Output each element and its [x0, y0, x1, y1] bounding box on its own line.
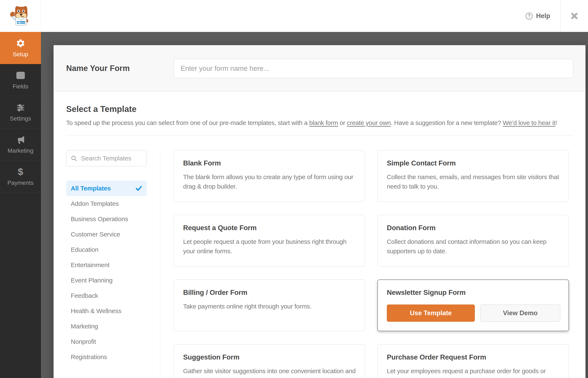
- category-label: Registrations: [71, 353, 107, 361]
- view-demo-button[interactable]: View Demo: [480, 305, 560, 322]
- template-grid: Blank FormThe blank form allows you to c…: [174, 150, 569, 378]
- category-label: Health & Wellness: [71, 308, 121, 315]
- template-title: Billing / Order Form: [183, 289, 357, 297]
- template-title: Suggestion Form: [183, 353, 357, 361]
- megaphone-icon: [16, 135, 26, 145]
- select-template-header: Select a Template To speed up the proces…: [53, 92, 586, 126]
- template-title: Simple Contact Form: [387, 159, 560, 167]
- category-entertainment[interactable]: Entertainment: [66, 257, 147, 273]
- inline-link-create-your-own[interactable]: create your own: [347, 119, 391, 126]
- template-description: Collect donations and contact informatio…: [387, 237, 560, 256]
- category-feedback[interactable]: Feedback: [66, 288, 147, 303]
- template-filter-column: All TemplatesAddon TemplatesBusiness Ope…: [66, 150, 160, 378]
- sidebar-item-settings[interactable]: Settings: [0, 96, 41, 128]
- category-nonprofit[interactable]: Nonprofit: [66, 334, 147, 349]
- sidebar-item-marketing[interactable]: Marketing: [0, 128, 41, 161]
- category-event-planning[interactable]: Event Planning: [66, 273, 147, 288]
- inline-link-blank-form[interactable]: blank form: [309, 119, 338, 126]
- template-list-column: Blank FormThe blank form allows you to c…: [160, 150, 573, 378]
- select-template-description: To speed up the process you can select f…: [66, 119, 573, 126]
- description-text: . Have a suggestion for a new template?: [391, 119, 503, 126]
- category-label: Nonprofit: [71, 338, 96, 345]
- template-card-simple-contact-form[interactable]: Simple Contact FormCollect the names, em…: [377, 150, 569, 202]
- sidebar-item-setup[interactable]: Setup: [0, 32, 41, 64]
- help-label: Help: [536, 12, 550, 20]
- category-label: Feedback: [71, 292, 98, 299]
- template-card-newsletter-signup-form[interactable]: Newsletter Signup FormUse TemplateView D…: [377, 280, 569, 331]
- category-addon-templates[interactable]: Addon Templates: [66, 196, 147, 211]
- category-label: Marketing: [71, 323, 98, 330]
- category-marketing[interactable]: Marketing: [66, 319, 147, 334]
- template-title: Purchase Order Request Form: [387, 353, 560, 361]
- sidebar: SetupFieldsSettingsMarketing$Payments: [0, 32, 41, 378]
- name-your-form-section: Name Your Form: [53, 45, 586, 92]
- category-health-wellness[interactable]: Health & Wellness: [66, 303, 147, 319]
- category-label: Business Operations: [71, 216, 128, 223]
- inline-link-we-d-love-to-hear-it[interactable]: We’d love to hear it: [503, 119, 555, 126]
- description-text: or: [338, 119, 347, 126]
- description-text: !: [555, 119, 557, 126]
- template-card-donation-form[interactable]: Donation FormCollect donations and conta…: [377, 215, 569, 267]
- wpforms-bear-icon: [10, 5, 31, 27]
- template-actions: Use TemplateView Demo: [387, 305, 560, 322]
- use-template-button[interactable]: Use Template: [387, 305, 475, 322]
- template-card-blank-form[interactable]: Blank FormThe blank form allows you to c…: [174, 150, 365, 202]
- template-card-billing-order-form[interactable]: Billing / Order FormTake payments online…: [174, 280, 365, 331]
- form-name-input[interactable]: [174, 59, 573, 78]
- category-business-operations[interactable]: Business Operations: [66, 211, 147, 227]
- template-title: Blank Form: [183, 159, 357, 167]
- wpforms-logo: [0, 0, 41, 32]
- sidebar-item-label: Fields: [13, 83, 28, 90]
- top-bar: Help: [0, 0, 588, 32]
- category-label: Addon Templates: [71, 200, 119, 207]
- help-button[interactable]: Help: [525, 12, 550, 20]
- template-card-purchase-order-request-form[interactable]: Purchase Order Request FormLet your empl…: [377, 344, 569, 378]
- template-description: Let your employees request a purchase or…: [387, 366, 560, 378]
- setup-panel: Name Your Form Select a Template To spee…: [53, 45, 586, 378]
- template-description: Gather site visitor suggestions into one…: [183, 366, 357, 378]
- sidebar-item-label: Payments: [7, 180, 34, 186]
- template-card-suggestion-form[interactable]: Suggestion FormGather site visitor sugge…: [174, 344, 365, 378]
- category-label: All Templates: [71, 185, 111, 192]
- template-title: Donation Form: [387, 224, 560, 232]
- name-your-form-label: Name Your Form: [66, 64, 174, 73]
- category-label: Entertainment: [71, 261, 109, 269]
- category-all-templates[interactable]: All Templates: [66, 181, 147, 196]
- template-description: Collect the names, emails, and messages …: [387, 172, 560, 191]
- sidebar-item-payments[interactable]: $Payments: [0, 161, 41, 193]
- search-icon: [71, 155, 77, 162]
- sidebar-item-label: Setup: [13, 51, 28, 58]
- sidebar-item-label: Marketing: [8, 148, 33, 154]
- search-templates-box[interactable]: [66, 150, 147, 166]
- template-card-request-a-quote-form[interactable]: Request a Quote FormLet people request a…: [174, 215, 365, 267]
- template-area: All TemplatesAddon TemplatesBusiness Ope…: [66, 135, 573, 378]
- category-label: Event Planning: [71, 277, 113, 284]
- help-icon: [525, 12, 533, 20]
- category-list: All TemplatesAddon TemplatesBusiness Ope…: [66, 181, 147, 364]
- close-builder-button[interactable]: [560, 0, 588, 32]
- select-template-title: Select a Template: [66, 104, 573, 114]
- category-customer-service[interactable]: Customer Service: [66, 227, 147, 242]
- category-label: Customer Service: [71, 231, 120, 238]
- gear-icon: [16, 38, 26, 48]
- template-description: Let people request a quote from your bus…: [183, 237, 357, 256]
- close-icon: [570, 11, 579, 21]
- top-bar-spacer: Help: [41, 0, 560, 32]
- template-title: Newsletter Signup Form: [387, 289, 560, 297]
- check-icon: [135, 185, 142, 192]
- sliders-icon: [16, 103, 26, 113]
- dollar-icon: $: [18, 167, 23, 177]
- category-education[interactable]: Education: [66, 242, 147, 257]
- sidebar-item-fields[interactable]: Fields: [0, 64, 41, 96]
- form-fields-icon: [16, 70, 26, 81]
- category-label: Education: [71, 246, 98, 253]
- description-text: To speed up the process you can select f…: [66, 119, 309, 126]
- template-description: The blank form allows you to create any …: [183, 172, 357, 191]
- category-registrations[interactable]: Registrations: [66, 349, 147, 364]
- sidebar-item-label: Settings: [10, 115, 31, 122]
- template-title: Request a Quote Form: [183, 224, 357, 232]
- search-templates-input[interactable]: [81, 155, 142, 162]
- template-description: Take payments online right through your …: [183, 302, 357, 311]
